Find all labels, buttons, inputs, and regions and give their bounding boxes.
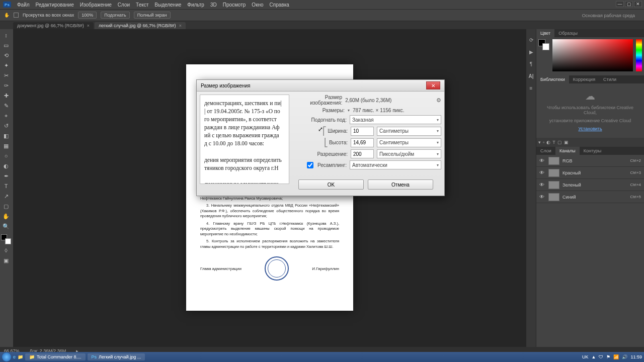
zoom-tool[interactable]: 🔍 [1, 222, 11, 230]
menu-filter[interactable]: Фильтр [187, 2, 204, 8]
menu-view[interactable]: Просмотр [223, 2, 246, 8]
width-input[interactable] [351, 127, 374, 136]
layer-filter-pixel-icon[interactable]: ▫ [543, 140, 544, 145]
layer-filter-text-icon[interactable]: T [552, 140, 555, 145]
tray-icon[interactable]: 🛡 [599, 354, 603, 359]
height-unit-select[interactable]: Сантиметры▾ [377, 138, 441, 147]
menu-image[interactable]: Изображение [80, 2, 112, 8]
ok-button[interactable]: OK [298, 179, 364, 190]
eraser-tool[interactable]: ◧ [1, 132, 11, 140]
marquee-tool[interactable]: ▭ [1, 41, 11, 49]
gradient-tool[interactable]: ▦ [1, 142, 11, 150]
resolution-input[interactable] [351, 149, 374, 158]
move-tool[interactable]: ↕ [1, 31, 11, 39]
workspace-label[interactable]: Основная рабочая среда [582, 13, 635, 18]
fullscreen-button[interactable]: Полный экран [134, 12, 171, 19]
brush-tool[interactable]: ✎ [1, 102, 11, 110]
link-icon[interactable]: ⎡ [323, 126, 327, 136]
filter-icon[interactable]: ▾ [538, 140, 541, 145]
channel-row[interactable]: 👁RGBCtrl+2 [536, 155, 644, 167]
menu-layers[interactable]: Слои [118, 2, 130, 8]
zoom-100-button[interactable]: 100% [78, 12, 97, 19]
menu-3d[interactable]: 3D [210, 2, 217, 8]
color-spectrum[interactable] [552, 39, 633, 71]
document-tab[interactable]: документ.jpg @ 66,7% (RGB/8#)× [13, 22, 94, 29]
volume-icon[interactable]: 🔊 [622, 354, 627, 359]
minimize-button[interactable]: — [616, 1, 624, 7]
blur-tool[interactable]: ○ [1, 152, 11, 160]
fit-button[interactable]: Подогнать [101, 12, 129, 19]
paths-tab[interactable]: Контуры [580, 147, 605, 155]
document-tab[interactable]: легкий случай.jpg @ 66,7% (RGB/8#)× [95, 22, 186, 29]
lasso-tool[interactable]: ⟲ [1, 51, 11, 59]
lang-indicator[interactable]: UK [582, 354, 589, 359]
dialog-close-button[interactable]: ✕ [426, 81, 440, 89]
glyph-panel-icon[interactable]: ≡ [528, 84, 535, 92]
resolution-unit-select[interactable]: Пикселы/дюйм▾ [377, 149, 441, 158]
tray-icon[interactable]: ▲ [592, 354, 596, 359]
screenmode-tool[interactable]: ▣ [1, 256, 11, 264]
install-link[interactable]: Установить [578, 126, 602, 131]
char-panel-icon[interactable]: ¶ [528, 60, 535, 67]
tray-icon[interactable]: ⚑ [606, 354, 610, 359]
task-item[interactable]: PsЛегкий случай.jpg ... [88, 353, 145, 360]
menu-text[interactable]: Текст [136, 2, 148, 8]
shape-tool[interactable]: ▢ [1, 202, 11, 210]
layer-filter-shape-icon[interactable]: ▢ [557, 140, 562, 145]
height-input[interactable] [351, 138, 374, 147]
menu-file[interactable]: Файл [17, 2, 30, 8]
hand-tool[interactable]: ✋ [1, 212, 11, 220]
visibility-icon[interactable]: 👁 [539, 182, 545, 188]
color-swatch-pair[interactable] [538, 39, 549, 50]
ie-icon[interactable]: e [13, 354, 16, 359]
libraries-tab[interactable]: Библиотеки [536, 75, 569, 83]
history-brush-tool[interactable]: ↺ [1, 122, 11, 130]
text-tool[interactable]: T [1, 182, 11, 190]
link-icon[interactable]: ⎣ [324, 138, 328, 147]
close-icon[interactable]: × [179, 23, 182, 28]
pen-tool[interactable]: ✒ [1, 172, 11, 180]
clock[interactable]: 11:59 [630, 354, 642, 359]
channels-tab[interactable]: Каналы [555, 147, 580, 155]
path-tool[interactable]: ↗ [1, 192, 11, 200]
layer-filter-smart-icon[interactable]: ▣ [564, 140, 569, 145]
scroll-all-checkbox[interactable] [14, 13, 19, 18]
color-swatch[interactable] [1, 234, 11, 244]
network-icon[interactable]: 📶 [613, 354, 619, 359]
adjustments-tab[interactable]: Коррекция [569, 75, 599, 83]
color-tab[interactable]: Цвет [536, 29, 554, 37]
menu-edit[interactable]: Редактирование [36, 2, 74, 8]
wand-tool[interactable]: ✦ [1, 61, 11, 69]
maximize-button[interactable]: ▢ [625, 1, 633, 7]
heal-tool[interactable]: ✚ [1, 92, 11, 100]
para-panel-icon[interactable]: A| [528, 72, 535, 79]
gear-icon[interactable]: ⚙ [436, 97, 441, 104]
visibility-icon[interactable]: 👁 [539, 158, 545, 164]
menu-select[interactable]: Выделение [154, 2, 181, 8]
fit-select[interactable]: Заказная▾ [350, 115, 441, 124]
task-item[interactable]: 📁Total Commander 8.... [25, 353, 86, 360]
quickmask-tool[interactable]: ◊ [1, 246, 11, 254]
dodge-tool[interactable]: ◐ [1, 162, 11, 170]
hue-slider[interactable] [636, 39, 642, 71]
resample-select[interactable]: Автоматически▾ [350, 160, 441, 169]
layer-filter-adj-icon[interactable]: ◐ [546, 140, 550, 145]
channel-row[interactable]: 👁СинийCtrl+5 [536, 191, 644, 203]
close-icon[interactable]: × [87, 23, 90, 28]
channel-row[interactable]: 👁КрасныйCtrl+3 [536, 167, 644, 179]
menu-help[interactable]: Справка [270, 2, 289, 8]
resample-checkbox[interactable] [307, 162, 313, 168]
styles-tab[interactable]: Стили [599, 75, 620, 83]
explorer-icon[interactable]: 📁 [18, 354, 23, 359]
actions-panel-icon[interactable]: ▶ [528, 48, 535, 55]
history-panel-icon[interactable]: ⟳ [528, 36, 535, 43]
cancel-button[interactable]: Отмена [368, 179, 433, 190]
width-unit-select[interactable]: Сантиметры▾ [377, 127, 441, 136]
eyedropper-tool[interactable]: ✑ [1, 81, 11, 89]
crop-tool[interactable]: ✂ [1, 71, 11, 79]
layers-tab[interactable]: Слои [536, 147, 555, 155]
channel-row[interactable]: 👁ЗеленыйCtrl+4 [536, 179, 644, 191]
visibility-icon[interactable]: 👁 [539, 170, 545, 176]
stamp-tool[interactable]: ⌖ [1, 112, 11, 120]
close-button[interactable]: ✕ [634, 1, 642, 7]
